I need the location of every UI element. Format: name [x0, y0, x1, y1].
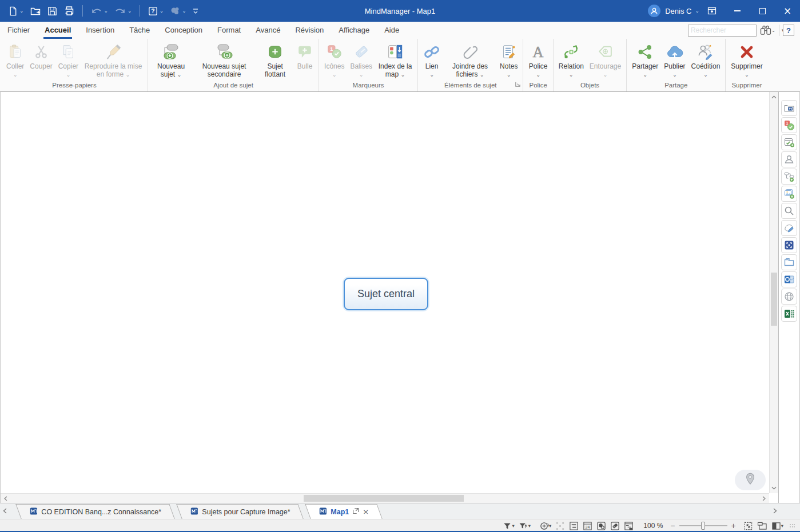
nouveau-sujet-button[interactable]: Nouveau sujet ⌄ — [150, 40, 192, 78]
tab-insertion[interactable]: Insertion — [78, 22, 122, 39]
fit-map-button[interactable] — [743, 521, 753, 531]
close-button[interactable]: × — [775, 0, 800, 22]
tab-scroll-right-arrow[interactable] — [773, 506, 777, 516]
presentation-walkthrough-button[interactable]: ▾ — [539, 521, 551, 531]
help-ribbon-button[interactable]: ? — [783, 25, 794, 36]
zoom-slider[interactable] — [679, 521, 727, 530]
entourage-button[interactable]: Entourage ⌄ — [587, 40, 624, 77]
horizontal-scrollbar[interactable] — [1, 493, 769, 503]
vertical-scrollbar[interactable] — [769, 92, 778, 493]
tab-aide[interactable]: Aide — [377, 22, 407, 39]
sketch-pane-button[interactable] — [781, 220, 797, 236]
tab-tache[interactable]: Tâche — [122, 22, 157, 39]
undo-button[interactable]: ⌄ — [89, 4, 110, 18]
publier-button[interactable]: Publier ⌄ — [661, 40, 688, 77]
search-box[interactable]: ▾ — [688, 25, 757, 37]
joindre-des-fichiers-button[interactable]: Joindre des fichiers ⌄ — [443, 40, 497, 78]
tab-float-icon[interactable] — [352, 507, 359, 516]
schedule-view-button[interactable]: 24 — [583, 521, 592, 531]
document-tab-active[interactable]: Map1 × — [305, 504, 382, 519]
balises-button[interactable]: Balises ⌄ — [347, 40, 375, 77]
supprimer-button[interactable]: Supprimer ⌄ — [728, 40, 765, 77]
filter-button[interactable]: ▾ — [503, 522, 514, 530]
customize-toolbar-button[interactable] — [190, 6, 201, 16]
scroll-up-arrow[interactable] — [770, 93, 778, 101]
zoom-out-button[interactable]: − — [670, 521, 675, 530]
outline-view-button[interactable] — [569, 521, 579, 531]
web-pane-button[interactable] — [781, 289, 797, 305]
app-logo-button[interactable]: ⌄ — [168, 4, 188, 18]
chevron-down-icon[interactable]: ⌄ — [695, 9, 699, 13]
gantt-view-button[interactable] — [624, 521, 634, 531]
scroll-right-arrow[interactable] — [760, 494, 768, 503]
resources-pane-button[interactable] — [781, 151, 797, 167]
help-button[interactable]: ?⌄ — [146, 5, 166, 18]
open-button[interactable] — [28, 4, 43, 18]
print-button[interactable] — [62, 4, 77, 18]
zoom-slider-thumb[interactable] — [701, 522, 705, 530]
horizontal-scroll-thumb[interactable] — [304, 495, 464, 502]
relation-button[interactable]: Relation ⌄ — [556, 40, 587, 77]
notes-button[interactable]: Notes ⌄ — [497, 40, 520, 77]
tab-format[interactable]: Format — [210, 22, 248, 39]
tab-close-icon[interactable]: × — [363, 507, 369, 516]
split-view-button[interactable]: ▾ — [771, 522, 783, 530]
partager-button[interactable]: Partager ⌄ — [629, 40, 661, 77]
map-canvas[interactable]: Sujet central — [1, 92, 778, 503]
save-button[interactable] — [45, 5, 59, 18]
user-menu[interactable]: Denis C — [665, 7, 691, 15]
tab-revision[interactable]: Révision — [288, 22, 331, 39]
tags-view-button[interactable] — [610, 521, 620, 531]
scroll-down-arrow[interactable] — [770, 484, 778, 492]
tab-affichage[interactable]: Affichage — [331, 22, 377, 39]
tab-accueil[interactable]: Accueil — [37, 22, 78, 39]
ribbon-display-options-button[interactable] — [699, 0, 725, 22]
fit-selection-button-disabled[interactable] — [555, 521, 565, 531]
vertical-scroll-thumb[interactable] — [771, 273, 777, 326]
redo-button[interactable]: ⌄ — [112, 4, 134, 18]
map-parts-pane-button[interactable] — [781, 169, 797, 185]
new-document-button[interactable]: ⌄ — [6, 5, 26, 18]
tab-conception[interactable]: Conception — [157, 22, 210, 39]
central-topic-node[interactable]: Sujet central — [344, 278, 428, 310]
nouveau-sujet-secondaire-button[interactable]: Nouveau sujet secondaire — [192, 40, 257, 78]
resize-grip[interactable] — [790, 524, 795, 527]
copier-button[interactable]: Copier ⌄ — [55, 40, 81, 77]
coller-button[interactable]: Coller ⌄ — [3, 40, 27, 77]
power-filter-button[interactable]: ▾ — [519, 522, 531, 530]
file-explorer-pane-button[interactable] — [781, 254, 797, 270]
chevron-down-icon[interactable]: ⌄ — [771, 27, 775, 33]
reproduire-mise-en-forme-button[interactable]: Reproduire la mise en forme ⌄ — [81, 40, 145, 78]
dialog-launcher-icon[interactable] — [515, 79, 521, 90]
location-pin-button[interactable] — [735, 470, 766, 490]
document-tab[interactable]: CO EDITION Banq...z Connaissance* — [15, 504, 174, 519]
image-library-pane-button[interactable] — [781, 186, 797, 202]
maximize-button[interactable] — [750, 0, 775, 22]
user-avatar[interactable] — [648, 5, 660, 17]
outlook-pane-button[interactable] — [781, 271, 797, 287]
bulle-button[interactable]: Bulle — [293, 40, 316, 71]
chevron-down-icon[interactable]: ⌄ — [160, 9, 164, 13]
mindmanager-pane-button[interactable] — [781, 100, 797, 116]
lien-button[interactable]: Lien ⌄ — [420, 40, 443, 77]
coedition-button[interactable]: Coédition ⌄ — [688, 40, 723, 77]
window-layout-button[interactable] — [757, 522, 767, 530]
minimize-button[interactable] — [725, 0, 750, 22]
icons-view-button[interactable] — [596, 521, 606, 531]
search-pane-button[interactable] — [781, 203, 797, 219]
index-de-la-map-button[interactable]: Index de la map ⌄ — [375, 40, 415, 78]
sujet-flottant-button[interactable]: Sujet flottant — [257, 40, 293, 78]
zoom-in-button[interactable]: + — [731, 521, 736, 530]
capture-pane-button[interactable] — [781, 237, 797, 253]
task-info-pane-button[interactable] — [781, 134, 797, 150]
chevron-down-icon[interactable]: ⌄ — [128, 9, 132, 13]
chevron-down-icon[interactable]: ⌄ — [182, 9, 186, 13]
scroll-left-arrow[interactable] — [2, 494, 10, 503]
police-button[interactable]: A Police ⌄ — [526, 40, 551, 77]
icones-button[interactable]: 1 Icônes ⌄ — [321, 40, 347, 77]
tab-scroll-left-arrow[interactable] — [3, 506, 7, 516]
chevron-down-icon[interactable]: ⌄ — [19, 9, 24, 13]
icon-markers-pane-button[interactable]: 1 — [781, 117, 797, 133]
tab-fichier[interactable]: Fichier — [0, 22, 37, 39]
couper-button[interactable]: Couper — [27, 40, 55, 71]
